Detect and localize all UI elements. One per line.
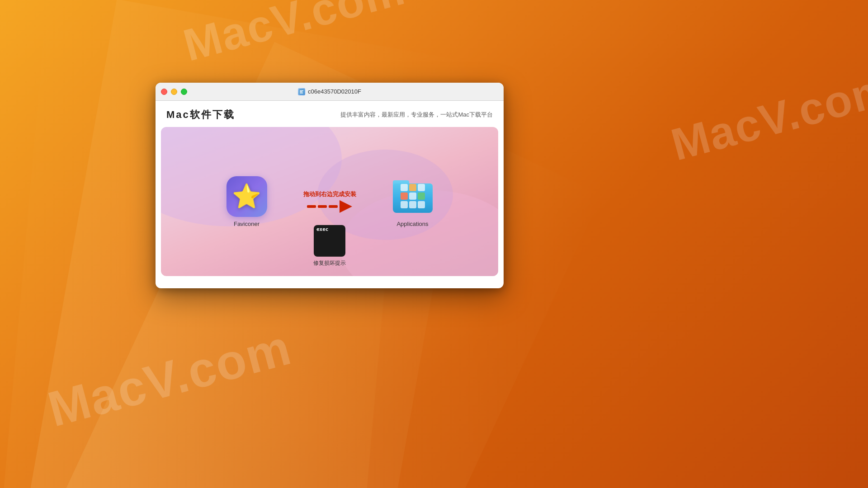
faviconer-star-icon: ⭐ [232,183,261,210]
svg-rect-3 [300,93,303,94]
grid-dot-2 [409,184,416,191]
watermark-bottom: MacV.com [42,318,297,438]
watermark-right: MacV.com [665,62,868,171]
faviconer-label: Faviconer [234,221,259,227]
window-title-area: c06e43570D02010F [298,88,361,95]
folder-body [393,180,433,213]
mac-window: c06e43570D02010F Mac软件下载 提供丰富内容，最新应用，专业服… [156,83,504,288]
grid-dot-9 [418,201,425,208]
brand-tagline: 提供丰富内容，最新应用，专业服务，一站式Mac下载平台 [340,111,493,119]
applications-label: Applications [396,221,428,227]
grid-dot-7 [401,201,408,208]
icons-row: ⭐ Faviconer 拖动到右边完成安装 [226,176,433,227]
arrow-head-icon [340,200,352,213]
exec-icon[interactable]: exec [314,225,345,257]
window-header: Mac软件下载 提供丰富内容，最新应用，专业服务，一站式Mac下载平台 [156,101,504,127]
close-button[interactable] [161,89,167,95]
dmg-content-area: ⭐ Faviconer 拖动到右边完成安装 [161,127,498,276]
maximize-button[interactable] [181,89,187,95]
folder-back [393,183,433,213]
grid-dot-6 [418,192,425,200]
exec-badge-text: exec [316,227,329,232]
grid-dot-4 [401,192,408,200]
grid-dot-5 [409,192,416,200]
install-arrow-wrapper: 拖动到右边完成安装 [303,190,356,213]
svg-rect-1 [300,90,303,91]
dash-2 [318,205,327,208]
title-bar: c06e43570D02010F [156,83,504,101]
dash-1 [307,205,316,208]
faviconer-icon[interactable]: ⭐ [226,176,267,217]
drag-instruction-text: 拖动到右边完成安装 [303,190,356,198]
drag-arrow [307,200,352,213]
grid-dot-3 [418,184,425,191]
minimize-button[interactable] [171,89,177,95]
applications-icon[interactable] [392,176,433,217]
dash-3 [329,205,338,208]
svg-rect-2 [300,91,302,92]
grid-dot-8 [409,201,416,208]
applications-wrapper: Applications [392,176,433,227]
grid-dot-1 [401,184,408,191]
faviconer-wrapper: ⭐ Faviconer [226,176,267,227]
folder-grid [401,184,425,208]
brand-title: Mac软件下载 [166,108,235,122]
repair-section: exec 修复损坏提示 [313,225,346,267]
repair-label: 修复损坏提示 [313,259,346,267]
watermark-top: MacV.com [178,0,410,71]
window-title-text: c06e43570D02010F [308,88,361,95]
window-title-icon [298,88,305,95]
traffic-lights [161,89,187,95]
